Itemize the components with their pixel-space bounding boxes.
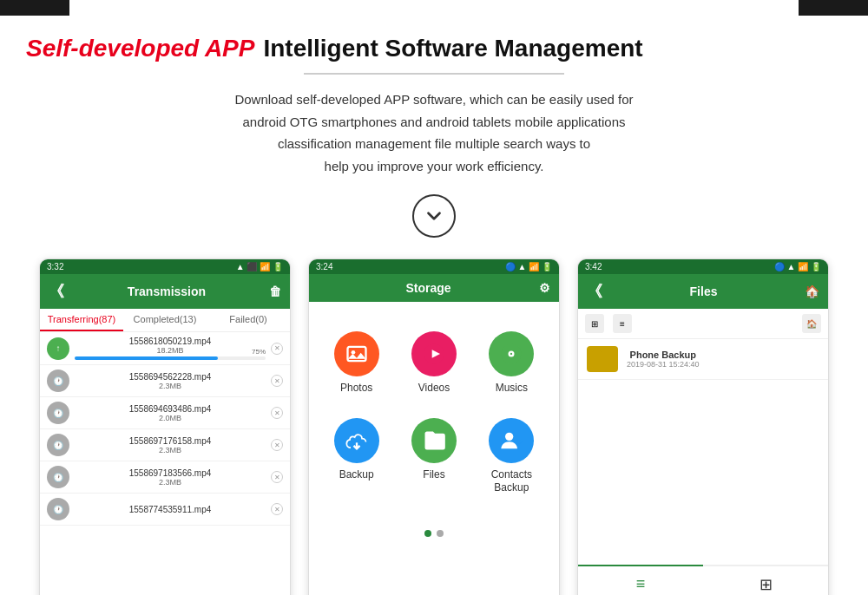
file-close-5[interactable]: ✕ [271, 471, 283, 483]
tab-completed[interactable]: Completed(13) [123, 309, 207, 331]
phone3-time: 3:42 [585, 262, 602, 271]
photos-icon [334, 331, 379, 376]
videos-icon [411, 331, 457, 376]
phone3-home-icon[interactable]: 🏠 [805, 284, 819, 298]
backup-label: Backup [339, 468, 374, 481]
thumbnail-icon: ⊞ [760, 575, 773, 594]
phone3-back-icon[interactable]: 《 [587, 281, 602, 302]
storage-item-files[interactable]: Files [395, 406, 472, 506]
phone1-tabs: Transferring(87) Completed(13) Failed(0) [40, 309, 290, 332]
toolbar-icon-2[interactable]: ≡ [613, 314, 632, 333]
phone3-header: 《 Files 🏠 [578, 274, 828, 309]
toolbar-icon-1[interactable]: ⊞ [585, 314, 604, 333]
phone1-icons: ▲ ⬛ 📶 🔋 [236, 262, 283, 271]
phone1-status-bar: 3:32 ▲ ⬛ 📶 🔋 [40, 259, 290, 274]
phones-container: 3:32 ▲ ⬛ 📶 🔋 《 Transmission 🗑 Transferri… [26, 258, 842, 595]
top-bar-right [799, 0, 868, 16]
file-item-4: 🕐 1558697176158.mp4 2.3MB ✕ [40, 429, 290, 461]
files-label: Files [423, 468, 444, 481]
svg-point-6 [510, 353, 512, 355]
bottom-btn-list[interactable]: ≡ List [578, 565, 703, 595]
main-content: Self-developed APP Intelligent Software … [0, 0, 868, 595]
storage-item-videos[interactable]: Videos [395, 319, 472, 406]
file-close-2[interactable]: ✕ [271, 375, 283, 387]
phone2-status-bar: 3:24 🔵 ▲ 📶 🔋 [309, 259, 559, 274]
phone2-header: Storage ⚙ [309, 274, 559, 302]
phone-storage: 3:24 🔵 ▲ 📶 🔋 Storage ⚙ [308, 258, 560, 595]
storage-item-contacts-backup[interactable]: ContactsBackup [473, 406, 550, 506]
storage-dots [309, 523, 559, 544]
files-main: Phone Backup 2019-08-31 15:24:40 [578, 339, 828, 513]
musics-icon [489, 331, 534, 376]
phone3-title: Files [690, 284, 718, 298]
phone3-status-bar: 3:42 🔵 ▲ 📶 🔋 [578, 259, 828, 274]
list-icon: ≡ [636, 575, 646, 593]
file-item-2: 🕐 1558694562228.mp4 2.3MB ✕ [40, 365, 290, 397]
phone1-time: 3:32 [47, 262, 63, 271]
contacts-backup-label: ContactsBackup [491, 468, 532, 494]
files-icon [411, 418, 457, 463]
phone1-trash-icon[interactable]: 🗑 [269, 284, 281, 298]
file-item-6: 🕐 1558774535911.mp4 ✕ [40, 494, 290, 526]
heading-black: Intelligent Software Management [263, 35, 642, 62]
file-icon-clock-4: 🕐 [47, 434, 69, 456]
file-close-1[interactable]: ✕ [271, 343, 283, 355]
phone2-title: Storage [405, 281, 450, 295]
phone1-title: Transmission [128, 284, 206, 298]
toolbar-icon-3[interactable]: 🏠 [802, 314, 821, 333]
folder-icon [587, 346, 618, 372]
folder-info: Phone Backup 2019-08-31 15:24:40 [627, 350, 700, 369]
phone3-icons: 🔵 ▲ 📶 🔋 [774, 262, 821, 271]
file-info-2: 1558694562228.mp4 2.3MB [75, 372, 266, 390]
phone2-time: 3:24 [316, 262, 332, 271]
file-close-3[interactable]: ✕ [271, 407, 283, 419]
tab-failed[interactable]: Failed(0) [207, 309, 290, 331]
file-icon-clock-3: 🕐 [47, 402, 69, 424]
photos-label: Photos [340, 382, 372, 394]
file-icon-clock: 🕐 [47, 369, 69, 392]
svg-point-7 [505, 433, 513, 441]
file-info-1: 1558618050219.mp4 18.2MB 75% [75, 337, 266, 360]
tab-transferring[interactable]: Transferring(87) [40, 309, 123, 331]
storage-item-backup[interactable]: Backup [318, 406, 395, 506]
top-bar-left [0, 0, 69, 16]
file-info-6: 1558774535911.mp4 [75, 505, 266, 514]
file-item-5: 🕐 1558697183566.mp4 2.3MB ✕ [40, 461, 290, 494]
phone1-file-list: ↑ 1558618050219.mp4 18.2MB 75% ✕ 🕐 1 [40, 332, 290, 526]
musics-label: Musics [496, 382, 528, 394]
progress-bar-1: 75% [75, 356, 266, 360]
description-text: Download self-developed APP software, wh… [130, 88, 738, 177]
file-info-4: 1558697176158.mp4 2.3MB [75, 436, 266, 454]
divider [304, 73, 564, 75]
file-close-6[interactable]: ✕ [271, 503, 283, 515]
down-arrow-icon [412, 194, 456, 238]
phone1-header: 《 Transmission 🗑 [40, 274, 290, 309]
bottom-btn-thumbnail[interactable]: ⊞ Thumbnail [703, 566, 828, 595]
folder-row[interactable]: Phone Backup 2019-08-31 15:24:40 [578, 339, 828, 380]
phone-files: 3:42 🔵 ▲ 📶 🔋 《 Files 🏠 ⊞ ≡ 🏠 [577, 258, 829, 595]
storage-item-photos[interactable]: Photos [318, 319, 395, 406]
storage-grid: Photos Videos [309, 302, 559, 523]
file-info-5: 1558697183566.mp4 2.3MB [75, 468, 266, 487]
folder-date: 2019-08-31 15:24:40 [627, 360, 700, 369]
file-close-4[interactable]: ✕ [271, 439, 283, 451]
storage-item-musics[interactable]: Musics [473, 319, 550, 406]
phone2-icons: 🔵 ▲ 📶 🔋 [505, 262, 552, 271]
phone2-settings-icon[interactable]: ⚙ [539, 281, 550, 295]
files-toolbar: ⊞ ≡ 🏠 [578, 309, 828, 339]
backup-icon [334, 418, 379, 463]
file-icon-clock-5: 🕐 [47, 466, 69, 488]
files-bottom-bar: ≡ List ⊞ Thumbnail [578, 565, 828, 595]
file-item-1: ↑ 1558618050219.mp4 18.2MB 75% ✕ [40, 332, 290, 365]
file-icon-clock-6: 🕐 [47, 498, 69, 520]
videos-label: Videos [418, 382, 450, 394]
dot-1 [424, 530, 431, 537]
heading-section: Self-developed APP Intelligent Software … [26, 35, 842, 62]
file-info-3: 1558694693486.mp4 2.0MB [75, 404, 266, 422]
svg-point-1 [351, 350, 355, 355]
file-item-3: 🕐 1558694693486.mp4 2.0MB ✕ [40, 397, 290, 429]
folder-name: Phone Backup [627, 350, 700, 360]
phone-transmission: 3:32 ▲ ⬛ 📶 🔋 《 Transmission 🗑 Transferri… [39, 258, 291, 595]
file-icon-up: ↑ [47, 337, 69, 360]
phone1-back-icon[interactable]: 《 [49, 281, 64, 302]
